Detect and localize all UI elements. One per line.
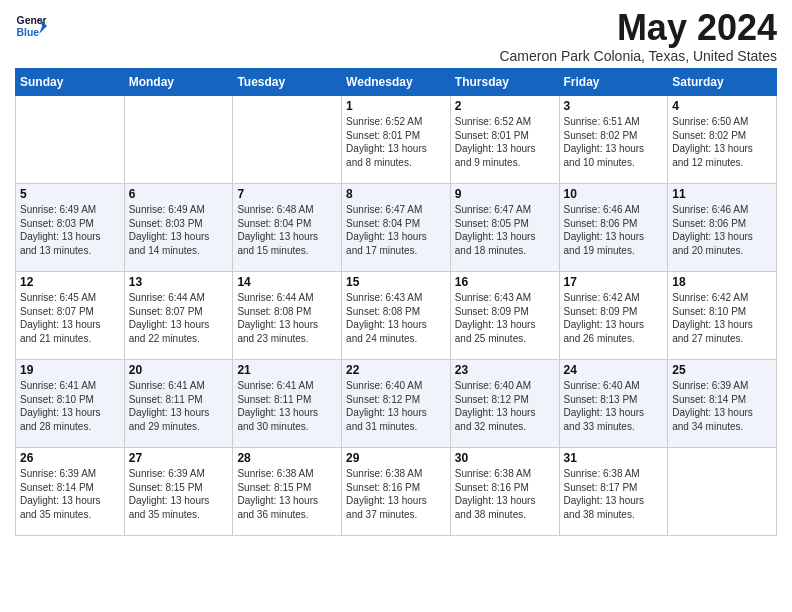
header-row: SundayMondayTuesdayWednesdayThursdayFrid…: [16, 69, 777, 96]
day-info: Sunrise: 6:38 AMSunset: 8:16 PMDaylight:…: [455, 467, 555, 521]
day-number: 9: [455, 187, 555, 201]
day-info: Sunrise: 6:43 AMSunset: 8:09 PMDaylight:…: [455, 291, 555, 345]
header-cell-thursday: Thursday: [450, 69, 559, 96]
day-info: Sunrise: 6:38 AMSunset: 8:15 PMDaylight:…: [237, 467, 337, 521]
day-cell: 2Sunrise: 6:52 AMSunset: 8:01 PMDaylight…: [450, 96, 559, 184]
day-info: Sunrise: 6:48 AMSunset: 8:04 PMDaylight:…: [237, 203, 337, 257]
day-number: 25: [672, 363, 772, 377]
day-cell: [668, 448, 777, 536]
day-cell: 12Sunrise: 6:45 AMSunset: 8:07 PMDayligh…: [16, 272, 125, 360]
day-info: Sunrise: 6:41 AMSunset: 8:10 PMDaylight:…: [20, 379, 120, 433]
week-row-1: 1Sunrise: 6:52 AMSunset: 8:01 PMDaylight…: [16, 96, 777, 184]
logo: General Blue: [15, 10, 47, 42]
week-row-2: 5Sunrise: 6:49 AMSunset: 8:03 PMDaylight…: [16, 184, 777, 272]
day-cell: 15Sunrise: 6:43 AMSunset: 8:08 PMDayligh…: [342, 272, 451, 360]
header-cell-friday: Friday: [559, 69, 668, 96]
day-cell: 24Sunrise: 6:40 AMSunset: 8:13 PMDayligh…: [559, 360, 668, 448]
day-cell: 7Sunrise: 6:48 AMSunset: 8:04 PMDaylight…: [233, 184, 342, 272]
day-info: Sunrise: 6:45 AMSunset: 8:07 PMDaylight:…: [20, 291, 120, 345]
day-number: 5: [20, 187, 120, 201]
day-number: 22: [346, 363, 446, 377]
day-number: 28: [237, 451, 337, 465]
day-info: Sunrise: 6:46 AMSunset: 8:06 PMDaylight:…: [672, 203, 772, 257]
day-cell: 3Sunrise: 6:51 AMSunset: 8:02 PMDaylight…: [559, 96, 668, 184]
day-cell: [124, 96, 233, 184]
logo-icon: General Blue: [15, 10, 47, 42]
day-info: Sunrise: 6:44 AMSunset: 8:08 PMDaylight:…: [237, 291, 337, 345]
day-cell: 8Sunrise: 6:47 AMSunset: 8:04 PMDaylight…: [342, 184, 451, 272]
day-cell: 11Sunrise: 6:46 AMSunset: 8:06 PMDayligh…: [668, 184, 777, 272]
week-row-4: 19Sunrise: 6:41 AMSunset: 8:10 PMDayligh…: [16, 360, 777, 448]
week-row-5: 26Sunrise: 6:39 AMSunset: 8:14 PMDayligh…: [16, 448, 777, 536]
day-cell: 27Sunrise: 6:39 AMSunset: 8:15 PMDayligh…: [124, 448, 233, 536]
header-cell-saturday: Saturday: [668, 69, 777, 96]
day-cell: 23Sunrise: 6:40 AMSunset: 8:12 PMDayligh…: [450, 360, 559, 448]
day-cell: 9Sunrise: 6:47 AMSunset: 8:05 PMDaylight…: [450, 184, 559, 272]
day-cell: 22Sunrise: 6:40 AMSunset: 8:12 PMDayligh…: [342, 360, 451, 448]
day-info: Sunrise: 6:44 AMSunset: 8:07 PMDaylight:…: [129, 291, 229, 345]
day-info: Sunrise: 6:41 AMSunset: 8:11 PMDaylight:…: [129, 379, 229, 433]
day-cell: 6Sunrise: 6:49 AMSunset: 8:03 PMDaylight…: [124, 184, 233, 272]
header-cell-tuesday: Tuesday: [233, 69, 342, 96]
day-info: Sunrise: 6:42 AMSunset: 8:10 PMDaylight:…: [672, 291, 772, 345]
day-info: Sunrise: 6:43 AMSunset: 8:08 PMDaylight:…: [346, 291, 446, 345]
day-number: 6: [129, 187, 229, 201]
day-cell: 19Sunrise: 6:41 AMSunset: 8:10 PMDayligh…: [16, 360, 125, 448]
day-number: 18: [672, 275, 772, 289]
day-info: Sunrise: 6:52 AMSunset: 8:01 PMDaylight:…: [455, 115, 555, 169]
day-cell: [16, 96, 125, 184]
day-number: 12: [20, 275, 120, 289]
day-number: 3: [564, 99, 664, 113]
day-number: 21: [237, 363, 337, 377]
day-cell: 20Sunrise: 6:41 AMSunset: 8:11 PMDayligh…: [124, 360, 233, 448]
day-info: Sunrise: 6:39 AMSunset: 8:15 PMDaylight:…: [129, 467, 229, 521]
day-info: Sunrise: 6:49 AMSunset: 8:03 PMDaylight:…: [20, 203, 120, 257]
month-title: May 2024: [499, 10, 777, 46]
day-number: 31: [564, 451, 664, 465]
day-cell: 10Sunrise: 6:46 AMSunset: 8:06 PMDayligh…: [559, 184, 668, 272]
day-info: Sunrise: 6:46 AMSunset: 8:06 PMDaylight:…: [564, 203, 664, 257]
day-info: Sunrise: 6:40 AMSunset: 8:12 PMDaylight:…: [455, 379, 555, 433]
day-cell: 5Sunrise: 6:49 AMSunset: 8:03 PMDaylight…: [16, 184, 125, 272]
day-cell: 16Sunrise: 6:43 AMSunset: 8:09 PMDayligh…: [450, 272, 559, 360]
day-number: 4: [672, 99, 772, 113]
day-info: Sunrise: 6:38 AMSunset: 8:16 PMDaylight:…: [346, 467, 446, 521]
day-cell: [233, 96, 342, 184]
day-info: Sunrise: 6:39 AMSunset: 8:14 PMDaylight:…: [20, 467, 120, 521]
day-cell: 30Sunrise: 6:38 AMSunset: 8:16 PMDayligh…: [450, 448, 559, 536]
day-info: Sunrise: 6:40 AMSunset: 8:12 PMDaylight:…: [346, 379, 446, 433]
day-info: Sunrise: 6:40 AMSunset: 8:13 PMDaylight:…: [564, 379, 664, 433]
day-number: 2: [455, 99, 555, 113]
day-number: 16: [455, 275, 555, 289]
day-number: 20: [129, 363, 229, 377]
day-info: Sunrise: 6:38 AMSunset: 8:17 PMDaylight:…: [564, 467, 664, 521]
day-info: Sunrise: 6:39 AMSunset: 8:14 PMDaylight:…: [672, 379, 772, 433]
day-info: Sunrise: 6:50 AMSunset: 8:02 PMDaylight:…: [672, 115, 772, 169]
day-number: 1: [346, 99, 446, 113]
header-cell-wednesday: Wednesday: [342, 69, 451, 96]
week-row-3: 12Sunrise: 6:45 AMSunset: 8:07 PMDayligh…: [16, 272, 777, 360]
day-info: Sunrise: 6:47 AMSunset: 8:05 PMDaylight:…: [455, 203, 555, 257]
day-cell: 4Sunrise: 6:50 AMSunset: 8:02 PMDaylight…: [668, 96, 777, 184]
day-info: Sunrise: 6:47 AMSunset: 8:04 PMDaylight:…: [346, 203, 446, 257]
day-cell: 29Sunrise: 6:38 AMSunset: 8:16 PMDayligh…: [342, 448, 451, 536]
header-cell-sunday: Sunday: [16, 69, 125, 96]
day-number: 24: [564, 363, 664, 377]
day-number: 7: [237, 187, 337, 201]
page: General Blue May 2024 Cameron Park Colon…: [0, 0, 792, 551]
day-info: Sunrise: 6:42 AMSunset: 8:09 PMDaylight:…: [564, 291, 664, 345]
svg-text:Blue: Blue: [17, 27, 40, 38]
day-info: Sunrise: 6:52 AMSunset: 8:01 PMDaylight:…: [346, 115, 446, 169]
day-cell: 26Sunrise: 6:39 AMSunset: 8:14 PMDayligh…: [16, 448, 125, 536]
day-number: 23: [455, 363, 555, 377]
day-number: 15: [346, 275, 446, 289]
day-cell: 13Sunrise: 6:44 AMSunset: 8:07 PMDayligh…: [124, 272, 233, 360]
day-number: 29: [346, 451, 446, 465]
day-cell: 21Sunrise: 6:41 AMSunset: 8:11 PMDayligh…: [233, 360, 342, 448]
day-number: 19: [20, 363, 120, 377]
day-cell: 17Sunrise: 6:42 AMSunset: 8:09 PMDayligh…: [559, 272, 668, 360]
day-number: 11: [672, 187, 772, 201]
day-cell: 31Sunrise: 6:38 AMSunset: 8:17 PMDayligh…: [559, 448, 668, 536]
day-cell: 18Sunrise: 6:42 AMSunset: 8:10 PMDayligh…: [668, 272, 777, 360]
location: Cameron Park Colonia, Texas, United Stat…: [499, 48, 777, 64]
